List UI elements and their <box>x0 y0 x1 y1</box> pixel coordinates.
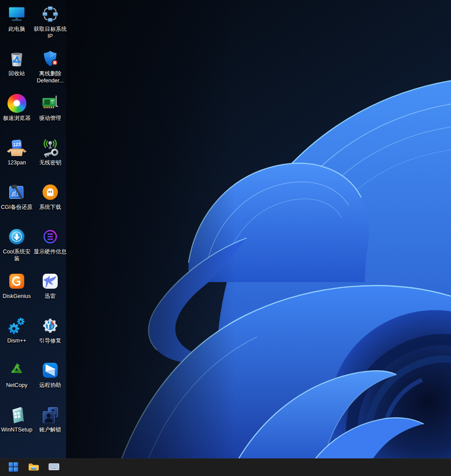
desktop-shortcut-account-unlock[interactable]: 账户解锁 <box>33 403 67 448</box>
desktop-shortcut-boot-repair[interactable]: 引导修复 <box>33 314 67 359</box>
wireless-antenna-key-icon <box>40 137 61 158</box>
blue-download-circle-icon <box>6 226 27 247</box>
desktop-shortcut-label: 迅雷 <box>45 293 56 300</box>
gradient-ring-menu-icon <box>40 226 61 247</box>
desktop-shortcut-label: 123pan <box>7 159 26 166</box>
file-explorer-button[interactable] <box>25 459 42 476</box>
monitor-icon <box>6 4 27 25</box>
dark-user-tiles-icon <box>40 404 61 425</box>
rainbow-pinwheel-icon <box>6 93 27 114</box>
desktop-shortcut-123pan[interactable]: 123 123pan <box>0 136 33 181</box>
desktop-icon-grid: 此电脑 回收 <box>0 3 67 448</box>
glass-windows-box-icon <box>6 404 27 425</box>
desktop-shortcut-cool-system-install[interactable]: Cool系统安 装 <box>0 225 33 270</box>
desktop-shortcut-xunlei[interactable]: 迅雷 <box>33 270 67 314</box>
desktop-shortcut-label: 无线密钥 <box>39 159 61 166</box>
blueprint-hammer-icon <box>6 182 27 203</box>
desktop-shortcut-get-target-system-ip[interactable]: 获取目标系统 IP <box>33 3 67 47</box>
desktop-shortcut-label: 获取目标系统 IP <box>34 26 67 40</box>
desktop-shortcut-label: 显示硬件信息 <box>34 248 67 255</box>
desktop-shortcut-show-hardware-info[interactable]: 显示硬件信息 <box>33 225 67 270</box>
recycle-bin-icon <box>6 48 27 69</box>
network-nodes-ring-icon <box>40 4 61 25</box>
blue-hummingbird-icon <box>40 271 61 292</box>
desktop-shortcut-label: 引导修复 <box>39 337 61 344</box>
desktop-shortcut-label: Dism++ <box>7 337 26 344</box>
desktop-shortcut-label: 远程协助 <box>39 382 61 389</box>
desktop-shortcut-offline-remove-defender[interactable]: 离线删除 Defender... <box>33 47 67 92</box>
windows-logo-icon <box>8 462 18 473</box>
touch-keyboard-button[interactable] <box>45 459 63 476</box>
desktop-shortcut-label: DiskGenius <box>3 293 31 300</box>
desktop-shortcut-dism-plus-plus[interactable]: Dism++ <box>0 314 33 359</box>
desktop-shortcut-label: 系统下载 <box>39 204 61 211</box>
desktop-shortcut-label: 回收站 <box>8 70 25 77</box>
desktop-shortcut-recycle-bin[interactable]: 回收站 <box>0 47 33 92</box>
start-button[interactable] <box>4 459 22 476</box>
desktop-shortcut-winntsetup[interactable]: WinNTSetup <box>0 403 33 448</box>
keyboard-icon <box>48 463 59 472</box>
desktop-shortcut-label: 此电脑 <box>8 26 25 33</box>
desktop-shortcut-label: 账户解锁 <box>39 426 61 433</box>
green-pci-card-icon <box>40 93 61 114</box>
desktop-shortcut-label: NetCopy <box>6 382 28 389</box>
gear-wrench-screwdriver-icon <box>40 315 61 336</box>
desktop-shortcut-label: WinNTSetup <box>1 426 33 433</box>
orange-ghost-icon <box>40 182 61 203</box>
desktop-shortcut-speed-browser[interactable]: 极速浏览器 <box>0 92 33 136</box>
desktop-shortcut-diskgenius[interactable]: DiskGenius <box>0 270 33 314</box>
desktop-shortcut-label: 极速浏览器 <box>3 115 31 122</box>
desktop-shortcut-label: 驱动管理 <box>39 115 61 122</box>
twin-blue-gears-icon <box>6 315 27 336</box>
desktop-shortcut-driver-management[interactable]: 驱动管理 <box>33 92 67 136</box>
desktop-shortcut-remote-assist[interactable]: 远程协助 <box>33 359 67 403</box>
blue-triangles-remote-icon <box>40 360 61 381</box>
desktop-shortcut-label: CGI备份还原 <box>1 204 33 211</box>
svg-text:123: 123 <box>13 141 21 147</box>
taskbar <box>0 458 451 476</box>
desktop-shortcut-system-download[interactable]: 系统下载 <box>33 181 67 225</box>
box-123-icon: 123 <box>6 137 27 158</box>
defender-shield-error-icon <box>40 48 61 69</box>
desktop-shortcut-label: 离线删除 Defender... <box>37 70 63 84</box>
desktop-shortcut-netcopy[interactable]: NetCopy <box>0 359 33 403</box>
desktop-shortcut-this-pc[interactable]: 此电脑 <box>0 3 33 47</box>
fiery-dg-logo-icon <box>6 271 27 292</box>
wallpaper-windows-bloom <box>0 0 451 476</box>
desktop-shortcut-cgi-backup-restore[interactable]: CGI备份还原 <box>0 181 33 225</box>
green-recycle-arrows-icon <box>6 360 27 381</box>
desktop-shortcut-label: Cool系统安 装 <box>3 248 30 262</box>
desktop: 此电脑 回收 <box>0 0 451 476</box>
folder-icon <box>28 462 40 473</box>
desktop-shortcut-wireless-key[interactable]: 无线密钥 <box>33 136 67 181</box>
